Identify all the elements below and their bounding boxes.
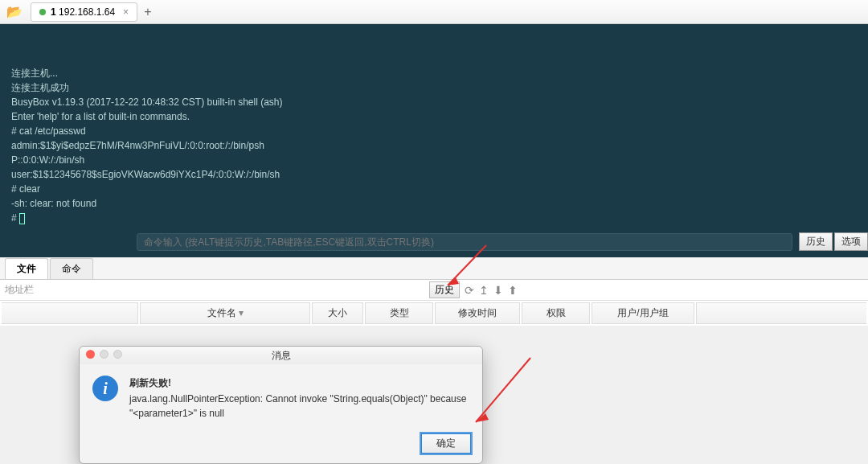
col-size[interactable]: 大小 [312,302,363,324]
refresh-icon[interactable]: ⟳ [465,284,474,297]
tab-number: 1 [51,6,56,18]
cursor-icon [19,213,25,224]
minimize-window-icon [100,350,108,359]
addr-history-button[interactable]: 历史 [429,281,460,298]
terminal-line: user:$1$12345678$sEgioVKWacw6d9iYXc1P4/:… [11,167,857,182]
dialog-title-text: 消息 [272,349,291,363]
command-input-bar: 历史 选项 [137,232,868,251]
window-controls [86,350,122,359]
status-dot-icon [39,9,46,15]
dialog-heading: 刷新失败! [129,376,469,390]
address-bar-row: 地址栏 历史 ⟳ ↥ ⬇ ⬆ [0,280,868,301]
message-dialog: 消息 i 刷新失败! java.lang.NullPointerExceptio… [79,346,483,464]
history-button[interactable]: 历史 [799,232,833,251]
upload-icon[interactable]: ⬆ [508,284,518,297]
col-perm[interactable]: 权限 [522,302,590,324]
lower-tabs: 文件 命令 [0,257,868,280]
terminal-line: # clear [11,182,857,196]
tab-host: 192.168.1.64 [59,6,115,18]
sort-icon: ▾ [239,307,244,318]
terminal-output: 连接主机...连接主机成功BusyBox v1.19.3 (2017-12-22… [11,66,857,225]
dialog-titlebar[interactable]: 消息 [80,347,482,364]
command-input[interactable] [137,233,792,251]
terminal-line: 连接主机成功 [11,80,857,95]
col-user[interactable]: 用户/用户组 [592,302,694,324]
top-tab-bar: 📂 1 192.168.1.64 × + [0,0,868,24]
svg-line-2 [476,358,530,422]
zoom-window-icon [113,350,122,359]
session-tab[interactable]: 1 192.168.1.64 × [31,2,137,22]
dialog-body-text: java.lang.NullPointerException: Cannot i… [129,392,469,421]
col-filename[interactable]: 文件名 ▾ [140,302,310,324]
info-icon: i [92,376,118,401]
download-icon[interactable]: ⬇ [493,284,503,297]
terminal-line: 连接主机... [11,66,857,80]
address-input[interactable]: 地址栏 [5,283,429,297]
terminal-line: P::0:0:W:/:/bin/sh [11,153,857,167]
up-arrow-icon[interactable]: ↥ [479,284,489,297]
close-window-icon[interactable] [86,350,95,359]
options-button[interactable]: 选项 [834,232,868,251]
terminal-line: -sh: clear: not found [11,196,857,211]
close-icon[interactable]: × [123,6,129,18]
tab-file[interactable]: 文件 [5,258,48,279]
add-tab-button[interactable]: + [144,5,151,19]
terminal-line: BusyBox v1.19.3 (2017-12-22 10:48:32 CST… [11,95,857,109]
folder-open-icon[interactable]: 📂 [6,4,23,19]
file-table: 文件名 ▾ 大小 类型 修改时间 权限 用户/用户组 [0,301,868,326]
col-mtime[interactable]: 修改时间 [435,302,520,324]
terminal-line: # [11,211,857,225]
dialog-message: 刷新失败! java.lang.NullPointerException: Ca… [129,376,469,421]
table-header-row: 文件名 ▾ 大小 类型 修改时间 权限 用户/用户组 [2,302,866,324]
tab-command[interactable]: 命令 [50,258,93,279]
ok-button[interactable]: 确定 [421,433,471,454]
col-type[interactable]: 类型 [365,302,433,324]
terminal-line: Enter 'help' for a list of built-in comm… [11,109,857,124]
terminal-line: # cat /etc/passwd [11,124,857,138]
terminal-line: admin:$1$yi$edpzE7hM/R4nw3PnFuiVL/:0:0:r… [11,138,857,153]
terminal-pane[interactable]: 连接主机...连接主机成功BusyBox v1.19.3 (2017-12-22… [0,24,868,257]
